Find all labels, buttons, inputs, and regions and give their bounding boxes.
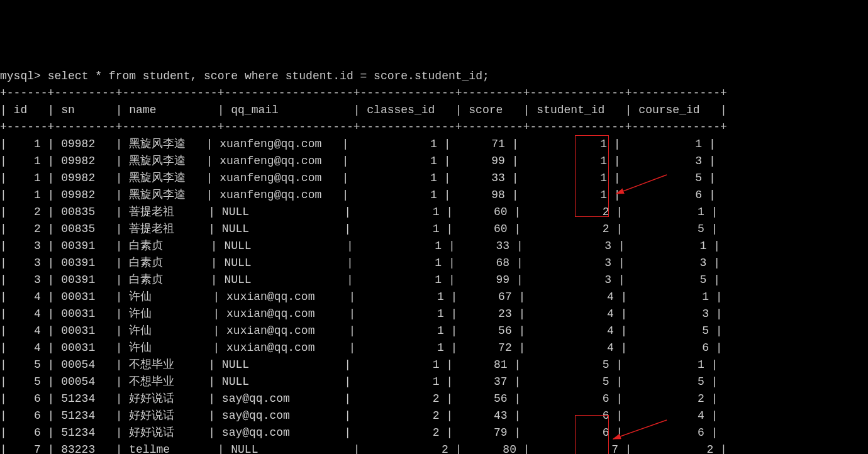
table-row: | 1 | 09982 | 黑旋风李逵 | xuanfeng@qq.com | … [0,170,868,187]
mysql-prompt: mysql> [0,70,48,82]
table-row: | 1 | 09982 | 黑旋风李逵 | xuanfeng@qq.com | … [0,136,868,153]
table-row: | 6 | 51234 | 好好说话 | say@qq.com | 2 | 56… [0,390,868,407]
table-row: | 3 | 00391 | 白素贞 | NULL | 1 | 99 | 3 | … [0,272,868,289]
table-border-header: +------+---------+--------------+-------… [0,119,868,136]
table-row: | 6 | 51234 | 好好说话 | say@qq.com | 2 | 79… [0,424,868,441]
table-row: | 1 | 09982 | 黑旋风李逵 | xuanfeng@qq.com | … [0,187,868,204]
table-row: | 4 | 00031 | 许仙 | xuxian@qq.com | 1 | 2… [0,306,868,323]
table-row: | 3 | 00391 | 白素贞 | NULL | 1 | 33 | 3 | … [0,238,868,255]
mysql-terminal: mysql> select * from student, score wher… [0,68,868,454]
table-header-row: | id | sn | name | qq_mail | classes_id … [0,102,868,119]
table-row: | 6 | 51234 | 好好说话 | say@qq.com | 2 | 43… [0,407,868,424]
table-border-top: +------+---------+--------------+-------… [0,85,868,102]
table-row: | 4 | 00031 | 许仙 | xuxian@qq.com | 1 | 6… [0,289,868,306]
table-row: | 2 | 00835 | 菩提老祖 | NULL | 1 | 60 | 2 |… [0,204,868,221]
sql-query-line: mysql> select * from student, score wher… [0,68,868,85]
table-row: | 7 | 83223 | tellme | NULL | 2 | 80 | 7… [0,441,868,454]
table-row: | 4 | 00031 | 许仙 | xuxian@qq.com | 1 | 5… [0,323,868,340]
table-row: | 4 | 00031 | 许仙 | xuxian@qq.com | 1 | 7… [0,340,868,357]
table-row: | 2 | 00835 | 菩提老祖 | NULL | 1 | 60 | 2 |… [0,221,868,238]
table-row: | 5 | 00054 | 不想毕业 | NULL | 1 | 81 | 5 |… [0,357,868,374]
table-row: | 5 | 00054 | 不想毕业 | NULL | 1 | 37 | 5 |… [0,374,868,390]
table-row: | 3 | 00391 | 白素贞 | NULL | 1 | 68 | 3 | … [0,255,868,272]
sql-query: select * from student, score where stude… [48,70,489,82]
table-row: | 1 | 09982 | 黑旋风李逵 | xuanfeng@qq.com | … [0,153,868,170]
